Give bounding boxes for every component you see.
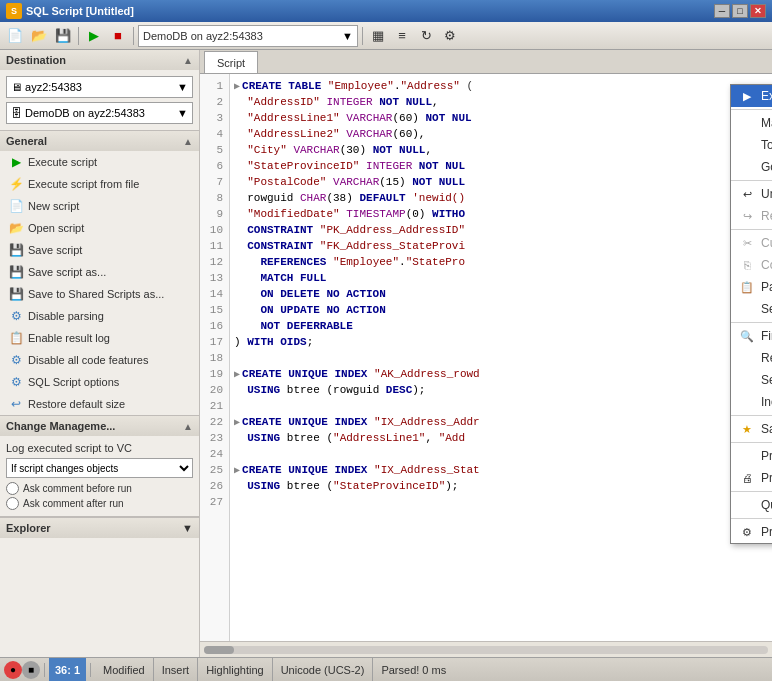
restore-size-icon: ↩ <box>8 396 24 412</box>
code-line-12: REFERENCES "Employee"."StatePro <box>234 254 768 270</box>
collapse-19[interactable]: ▶ <box>234 369 240 380</box>
save-button[interactable]: 💾 <box>52 25 74 47</box>
line-num-15: 15 <box>202 302 227 318</box>
text-view-button[interactable]: ≡ <box>391 25 413 47</box>
collapse-25[interactable]: ▶ <box>234 465 240 476</box>
db-selector[interactable]: DemoDB on ayz2:54383 ▼ <box>138 25 358 47</box>
refresh-button[interactable]: ↻ <box>415 25 437 47</box>
explorer-title: Explorer <box>6 522 51 534</box>
sql-options-item[interactable]: ⚙ SQL Script options <box>0 371 199 393</box>
menu-select-all-label: Select All <box>761 302 772 316</box>
menu-search-next[interactable]: Search Next F3 <box>731 369 772 391</box>
menu-sep-5 <box>731 415 772 416</box>
copy-icon: ⎘ <box>739 257 755 273</box>
menu-toggle-bookmarks[interactable]: Toggle Bookmarks ► <box>731 134 772 156</box>
menu-goto-line[interactable]: Go to Line Number Alt+G <box>731 156 772 178</box>
enable-result-icon: 📋 <box>8 330 24 346</box>
collapse-22[interactable]: ▶ <box>234 417 240 428</box>
menu-quick-code[interactable]: Quick Code ► <box>731 494 772 516</box>
db-dest-selector[interactable]: 🗄 DemoDB on ayz2:54383 ▼ <box>6 102 193 124</box>
menu-paste[interactable]: 📋 Paste Ctrl+V <box>731 276 772 298</box>
menu-copy: ⎘ Copy Ctrl+C <box>731 254 772 276</box>
menu-copy-label: Copy <box>761 258 772 272</box>
menu-undo-label: Undo <box>761 187 772 201</box>
menu-redo-label: Redo <box>761 209 772 223</box>
menu-select-all[interactable]: Select All Ctrl+A <box>731 298 772 320</box>
minimize-button[interactable]: ─ <box>714 4 730 18</box>
menu-find[interactable]: 🔍 Find... Ctrl+F <box>731 325 772 347</box>
stop-button[interactable]: ■ <box>107 25 129 47</box>
collapse-1[interactable]: ▶ <box>234 81 240 92</box>
radio-after-run-input[interactable] <box>6 497 19 510</box>
disable-features-item[interactable]: ⚙ Disable all code features <box>0 349 199 371</box>
menu-print[interactable]: 🖨 Print... <box>731 467 772 489</box>
stop-status-button[interactable]: ■ <box>22 661 40 679</box>
code-line-7: "PostalCode" VARCHAR(15) NOT NULL <box>234 174 768 190</box>
code-line-19: ▶CREATE UNIQUE INDEX "AK_Address_rowd <box>234 366 768 382</box>
script-tab[interactable]: Script <box>204 51 258 73</box>
open-button[interactable]: 📂 <box>28 25 50 47</box>
enable-result-item[interactable]: 📋 Enable result log <box>0 327 199 349</box>
menu-undo[interactable]: ↩ Undo Ctrl+Z <box>731 183 772 205</box>
menu-properties[interactable]: ⚙ Properties <box>731 521 772 543</box>
general-section: General ▲ ▶ Execute script ⚡ Execute scr… <box>0 131 199 416</box>
code-line-4: "AddressLine2" VARCHAR(60), <box>234 126 768 142</box>
config-button[interactable]: ⚙ <box>439 25 461 47</box>
menu-fav-query[interactable]: ★ Save as Favorite Query <box>731 418 772 440</box>
replace-icon <box>739 350 755 366</box>
h-scrollbar-thumb[interactable] <box>204 646 234 654</box>
change-mgmt-header[interactable]: Change Manageme... ▲ <box>0 416 199 436</box>
open-script-item[interactable]: 📂 Open script <box>0 217 199 239</box>
general-header[interactable]: General ▲ <box>0 131 199 151</box>
destination-header[interactable]: Destination ▲ <box>0 50 199 70</box>
radio-before-run-label: Ask comment before run <box>23 483 132 494</box>
line-num-22: 22 <box>202 414 227 430</box>
new-script-item[interactable]: 📄 New script <box>0 195 199 217</box>
encoding-status: Unicode (UCS-2) <box>273 658 374 681</box>
code-line-14: ON DELETE NO ACTION <box>234 286 768 302</box>
server-selector-arrow: ▼ <box>177 81 188 93</box>
menu-search-next-left: Search Next <box>739 372 772 388</box>
radio-group: Ask comment before run Ask comment after… <box>6 482 193 510</box>
line-num-19: 19 <box>202 366 227 382</box>
menu-sep-2 <box>731 180 772 181</box>
menu-markers[interactable]: Markers ► <box>731 112 772 134</box>
disable-parsing-item[interactable]: ⚙ Disable parsing <box>0 305 199 327</box>
execute-script-item[interactable]: ▶ Execute script <box>0 151 199 173</box>
radio-after-run-label: Ask comment after run <box>23 498 124 509</box>
execute-from-file-item[interactable]: ⚡ Execute script from file <box>0 173 199 195</box>
server-selector[interactable]: 🖥 ayz2:54383 ▼ <box>6 76 193 98</box>
code-line-6: "StateProvinceID" INTEGER NOT NUL <box>234 158 768 174</box>
menu-find-label: Find... <box>761 329 772 343</box>
line-num-26: 26 <box>202 478 227 494</box>
menu-print-label: Print... <box>761 471 772 485</box>
code-line-9: "ModifiedDate" TIMESTAMP(0) WITHO <box>234 206 768 222</box>
save-script-item[interactable]: 💾 Save script <box>0 239 199 261</box>
editor-area: 1 2 3 4 5 6 7 8 9 10 11 12 13 14 15 16 1… <box>200 74 772 641</box>
editor-content[interactable]: ▶CREATE TABLE "Employee"."Address" ( "Ad… <box>230 74 772 641</box>
radio-before-run[interactable]: Ask comment before run <box>6 482 193 495</box>
destination-title: Destination <box>6 54 66 66</box>
grid-view-button[interactable]: ▦ <box>367 25 389 47</box>
explorer-header[interactable]: Explorer ▼ <box>0 517 199 538</box>
save-script-as-item[interactable]: 💾 Save script as... <box>0 261 199 283</box>
disable-features-icon: ⚙ <box>8 352 24 368</box>
menu-execute[interactable]: ▶ Execute Script F9 ► <box>731 85 772 107</box>
menu-preview[interactable]: Preview... <box>731 445 772 467</box>
menu-sep-4 <box>731 322 772 323</box>
menu-replace[interactable]: Replace ... Ctrl+R <box>731 347 772 369</box>
radio-after-run[interactable]: Ask comment after run <box>6 497 193 510</box>
radio-before-run-input[interactable] <box>6 482 19 495</box>
execute-button[interactable]: ▶ <box>83 25 105 47</box>
save-shared-item[interactable]: 💾 Save to Shared Scripts as... <box>0 283 199 305</box>
restore-size-item[interactable]: ↩ Restore default size <box>0 393 199 415</box>
horizontal-scrollbar[interactable] <box>200 641 772 657</box>
close-button[interactable]: ✕ <box>750 4 766 18</box>
record-button[interactable]: ● <box>4 661 22 679</box>
change-mgmt-select[interactable]: If script changes objects <box>6 458 193 478</box>
execute-from-file-icon: ⚡ <box>8 176 24 192</box>
menu-incremental[interactable]: Incremental Search Ctrl+I <box>731 391 772 413</box>
new-button[interactable]: 📄 <box>4 25 26 47</box>
line-num-17: 17 <box>202 334 227 350</box>
maximize-button[interactable]: □ <box>732 4 748 18</box>
